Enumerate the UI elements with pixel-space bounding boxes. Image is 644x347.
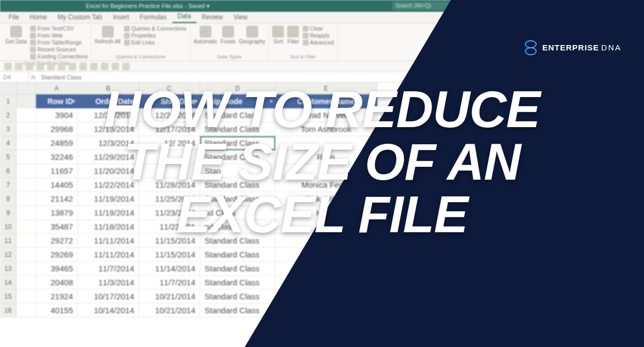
- ribbon-group-caption: Queries & Connections: [94, 53, 186, 60]
- qat-icon[interactable]: [47, 63, 55, 70]
- cell[interactable]: [17, 248, 36, 262]
- qat-icon[interactable]: [122, 63, 130, 70]
- row-number[interactable]: 15: [0, 290, 16, 304]
- ribbon-icon: [272, 26, 284, 38]
- qat-icon[interactable]: [101, 63, 108, 70]
- qat-icon[interactable]: [58, 63, 65, 70]
- cell[interactable]: Standard Class: [200, 290, 275, 304]
- fx-icon[interactable]: fx: [29, 74, 38, 80]
- ribbon-small-icon: [30, 26, 36, 32]
- ribbon-item[interactable]: From Table/Range: [30, 40, 87, 46]
- ribbon-small-icon: [30, 33, 36, 39]
- tab-file[interactable]: File: [3, 12, 24, 23]
- cell[interactable]: [17, 262, 36, 276]
- ribbon-item[interactable]: Properties: [124, 33, 187, 39]
- ribbon-item-label: Properties: [131, 33, 156, 39]
- ribbon-small-icon: [303, 26, 309, 32]
- cell[interactable]: 11/7/2014: [139, 276, 200, 290]
- row-number[interactable]: 13: [0, 262, 16, 276]
- ribbon-item[interactable]: Recent Sources: [30, 47, 87, 53]
- tab-my-custom-tab[interactable]: My Custom Tab: [52, 12, 107, 23]
- cell[interactable]: 20408: [36, 276, 78, 290]
- ribbon-item-label: Clear: [310, 26, 323, 32]
- ribbon-item[interactable]: Clear: [303, 26, 334, 32]
- ribbon-item[interactable]: Advanced: [303, 40, 334, 46]
- cell[interactable]: 11/14/2014: [139, 262, 200, 276]
- cell[interactable]: [17, 304, 36, 318]
- ribbon-item-label: Edit Links: [131, 40, 155, 46]
- cell[interactable]: 29269: [36, 248, 78, 262]
- tab-view[interactable]: View: [228, 12, 253, 23]
- ribbon-item[interactable]: From Text/CSV: [30, 26, 87, 32]
- cell[interactable]: 10/21/2014: [139, 290, 200, 304]
- tab-insert[interactable]: Insert: [108, 12, 135, 23]
- cell[interactable]: Standard Class: [200, 276, 275, 290]
- cell[interactable]: 11/15/2014: [139, 248, 200, 262]
- row-number[interactable]: 12: [0, 248, 16, 262]
- ribbon-group: AutomaticFoodsGeographyData Types: [191, 25, 269, 61]
- qat-icon[interactable]: [112, 63, 119, 70]
- ribbon-group: SortFilterClearReapplyAdvancedSort & Fil…: [269, 25, 338, 61]
- file-name: Excel for Beginners Practice File.xlsx -…: [86, 3, 210, 10]
- qat-icon[interactable]: [36, 63, 44, 70]
- ribbon-button-label: Foods: [221, 39, 236, 45]
- ribbon-item[interactable]: Existing Connections: [30, 54, 87, 60]
- cell[interactable]: 11/3/2014: [78, 276, 139, 290]
- ribbon-button[interactable]: Sort: [272, 26, 284, 45]
- ribbon-small-icon: [303, 33, 309, 39]
- ribbon-button-label: Filter: [287, 39, 299, 45]
- ribbon-button[interactable]: Foods: [221, 26, 236, 45]
- tab-home[interactable]: Home: [24, 12, 52, 23]
- ribbon-item[interactable]: Reapply: [303, 33, 334, 39]
- dna-icon: [525, 40, 537, 55]
- headline-line-3: EXCEL FILE: [0, 188, 644, 241]
- row-number[interactable]: 16: [0, 304, 16, 318]
- cell[interactable]: 40155: [36, 304, 78, 318]
- ribbon-button[interactable]: Filter: [287, 26, 299, 45]
- cell[interactable]: 39465: [36, 262, 78, 276]
- ribbon-button[interactable]: Geography: [239, 26, 265, 45]
- ribbon-button[interactable]: Get Data: [5, 26, 27, 45]
- cell[interactable]: 21924: [36, 290, 78, 304]
- qat-icon[interactable]: [69, 63, 76, 70]
- ribbon-item[interactable]: Edit Links: [124, 40, 187, 46]
- ribbon-item-label: Reapply: [310, 33, 330, 39]
- cell[interactable]: [17, 276, 36, 290]
- headline-line-2: THE SIZE OF AN: [0, 136, 644, 188]
- qat-icon[interactable]: [90, 63, 98, 70]
- qat-icon[interactable]: [4, 63, 12, 70]
- ribbon-item[interactable]: From Web: [30, 33, 87, 39]
- formula-value[interactable]: Standard Class: [38, 74, 85, 80]
- ribbon-button[interactable]: Refresh All: [94, 26, 120, 45]
- ribbon-small-icon: [124, 33, 130, 39]
- cell[interactable]: Standard Class: [200, 262, 275, 276]
- ribbon-button-label: Geography: [239, 39, 265, 45]
- ribbon-small-icon: [124, 40, 130, 46]
- cell[interactable]: 10/14/2014: [78, 304, 139, 318]
- ribbon-group-caption: Sort & Filter: [272, 53, 334, 60]
- ribbon-item-label: Recent Sources: [38, 47, 76, 53]
- qat-icon[interactable]: [26, 63, 33, 70]
- cell[interactable]: 10/21/2014: [139, 304, 200, 318]
- ribbon-item[interactable]: Queries & Connections: [124, 26, 187, 32]
- qat-icon[interactable]: [15, 63, 23, 70]
- ribbon-small-icon: [124, 26, 130, 32]
- ribbon-item-label: From Text/CSV: [38, 26, 74, 32]
- cell[interactable]: 11/7/2014: [78, 262, 139, 276]
- qat-icon[interactable]: [79, 63, 87, 70]
- cell[interactable]: Standard Class: [200, 248, 275, 262]
- tab-data[interactable]: Data: [172, 11, 196, 23]
- tab-formulas[interactable]: Formulas: [135, 12, 172, 23]
- cell[interactable]: [17, 290, 36, 304]
- enterprise-dna-logo: ENTERPRISEDNA: [525, 40, 621, 55]
- cell[interactable]: 11/11/2014: [78, 248, 139, 262]
- tab-review[interactable]: Review: [196, 12, 228, 23]
- ribbon-button-label: Sort: [273, 39, 283, 45]
- cell[interactable]: 10/17/2014: [78, 290, 139, 304]
- name-box[interactable]: D4: [0, 72, 29, 82]
- ribbon-button[interactable]: Automatic: [194, 26, 217, 45]
- ribbon-group-caption: Data Types: [194, 53, 266, 60]
- ribbon-item-label: Queries & Connections: [131, 26, 187, 32]
- row-number[interactable]: 14: [0, 276, 16, 290]
- ribbon-small-icon: [30, 47, 36, 53]
